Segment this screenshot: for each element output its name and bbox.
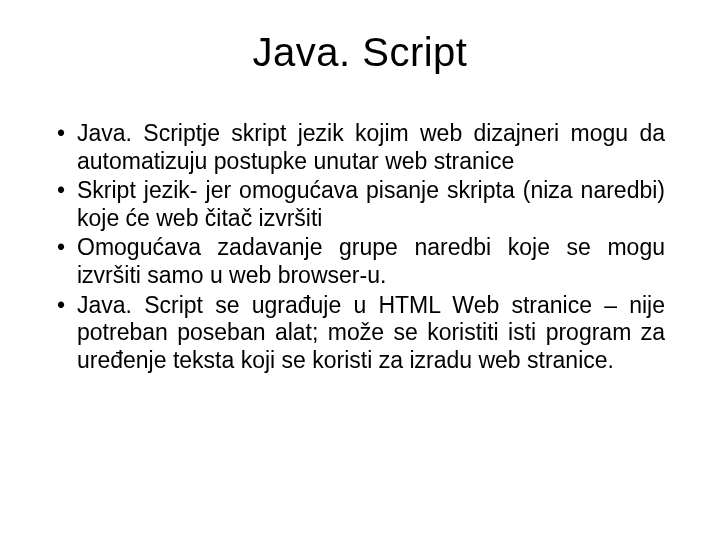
slide: Java. Script Java. Scriptje skript jezik… (0, 0, 720, 540)
slide-title: Java. Script (55, 30, 665, 75)
list-item: Java. Scriptje skript jezik kojim web di… (55, 120, 665, 175)
list-item: Omogućava zadavanje grupe naredbi koje s… (55, 234, 665, 289)
bullet-list: Java. Scriptje skript jezik kojim web di… (55, 120, 665, 374)
list-item: Skript jezik- jer omogućava pisanje skri… (55, 177, 665, 232)
list-item: Java. Script se ugrađuje u HTML Web stra… (55, 292, 665, 375)
